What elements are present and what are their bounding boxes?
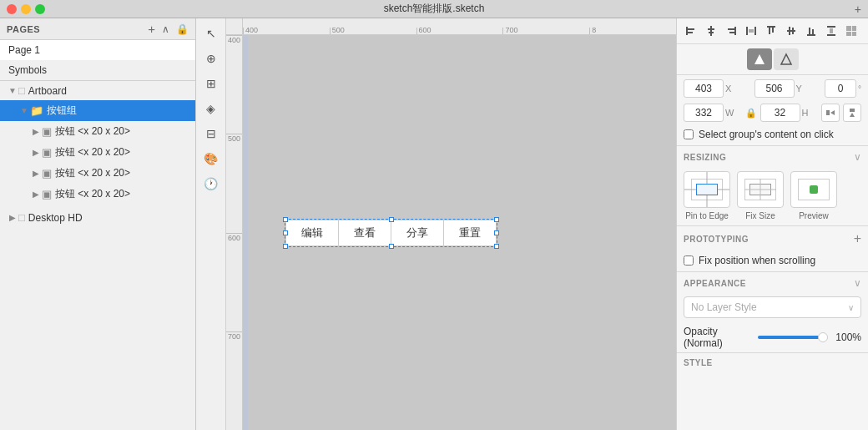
layer-btn1[interactable]: ▶ ▣ 按钮 <x 20 x 20> [0, 121, 195, 142]
insert-tool[interactable]: ⊕ [199, 47, 223, 70]
layer-artboard[interactable]: ▼ □ Artboard [0, 81, 195, 100]
canvas-body[interactable]: 400 500 600 700 [226, 35, 676, 430]
fix-position-checkbox[interactable] [684, 255, 694, 266]
more-options-button[interactable] [842, 22, 860, 40]
page-item-symbols[interactable]: Symbols [0, 60, 195, 80]
collapse-pages-button[interactable]: ∧ [162, 23, 169, 35]
left-ruler: 400 500 600 700 [226, 35, 243, 430]
y-coord: Y [754, 79, 822, 98]
page-item-page1[interactable]: Page 1 [0, 40, 195, 60]
select-tool[interactable]: ↖ [199, 22, 223, 45]
layer-button-group[interactable]: ▼ 📁 按钮组 [0, 100, 195, 121]
selection-handle-br[interactable] [494, 244, 499, 249]
border-tab[interactable] [774, 48, 799, 70]
svg-rect-30 [826, 110, 830, 115]
x-input[interactable] [684, 79, 724, 98]
svg-rect-23 [830, 28, 833, 33]
expand-toggle[interactable]: ▶ [30, 148, 42, 157]
expand-toggle[interactable]: ▶ [30, 190, 42, 199]
svg-rect-20 [812, 29, 814, 34]
w-label: W [725, 108, 734, 118]
selection-handle-ml[interactable] [283, 230, 288, 235]
reset-button[interactable]: 重置 [443, 220, 497, 246]
dropdown-chevron-icon: ∨ [848, 303, 854, 312]
svg-marker-28 [754, 54, 765, 64]
prototyping-add-button[interactable]: + [854, 231, 861, 246]
window-controls[interactable] [7, 4, 45, 14]
svg-rect-12 [767, 26, 775, 28]
pin-to-edge-option[interactable]: Pin to Edge [684, 171, 730, 220]
align-bottom-button[interactable] [802, 22, 820, 40]
h-input[interactable] [760, 104, 800, 122]
distribute-h-button[interactable] [742, 22, 760, 40]
align-top-button[interactable] [762, 22, 780, 40]
color-tool[interactable]: 🎨 [199, 147, 223, 170]
canvas-area[interactable]: 400 500 600 700 8 400 500 600 700 [226, 18, 676, 430]
x-coord: X [684, 79, 751, 98]
selection-handle-mr[interactable] [494, 230, 499, 235]
fix-position-label: Fix position when scrolling [699, 255, 815, 266]
svg-rect-19 [809, 28, 810, 34]
flip-h-button[interactable] [821, 104, 840, 122]
svg-marker-33 [850, 113, 855, 117]
selection-handle-tr[interactable] [494, 217, 499, 222]
expand-toggle[interactable]: ▶ [30, 127, 42, 136]
h-coord: H [760, 104, 819, 122]
flip-v-button[interactable] [843, 104, 861, 122]
layer-style-dropdown[interactable]: No Layer Style ∨ [684, 296, 861, 318]
maximize-button[interactable] [35, 4, 45, 14]
expand-toggle[interactable]: ▶ [7, 213, 18, 222]
fill-tab[interactable] [747, 48, 772, 70]
new-tab-button[interactable]: + [855, 3, 861, 16]
selection-handle-tl[interactable] [283, 217, 288, 222]
fix-size-option[interactable]: Fix Size [737, 171, 784, 220]
canvas-content[interactable]: 编辑 查看 分享 重置 [243, 35, 676, 430]
share-button[interactable]: 分享 [391, 220, 443, 246]
svg-rect-24 [846, 26, 851, 31]
svg-marker-31 [830, 110, 835, 115]
opacity-slider[interactable] [758, 336, 828, 339]
fix-size-label: Fix Size [745, 211, 775, 220]
expand-toggle[interactable]: ▼ [7, 86, 18, 95]
grid-tool[interactable]: ⊞ [199, 72, 223, 95]
h-label: H [802, 108, 810, 118]
align-right-button[interactable] [722, 22, 740, 40]
align-center-h-button[interactable] [702, 22, 720, 40]
component-tool[interactable]: ◈ [199, 97, 223, 120]
svg-rect-13 [769, 28, 770, 34]
selection-handle-bl[interactable] [283, 244, 288, 249]
preview-option[interactable]: Preview [790, 171, 837, 220]
layer-btn4[interactable]: ▶ ▣ 按钮 <x 20 x 20> [0, 184, 195, 205]
resizing-collapse-button[interactable]: ∨ [854, 151, 861, 163]
expand-toggle[interactable]: ▶ [30, 169, 42, 178]
position-row: X Y ° [677, 75, 868, 102]
selection-handle-tm[interactable] [389, 217, 394, 222]
distribute-v-button[interactable] [822, 22, 840, 40]
lock-proportions-icon[interactable]: 🔒 [745, 108, 757, 119]
layer-btn3[interactable]: ▶ ▣ 按钮 <x 20 x 20> [0, 163, 195, 184]
view-button[interactable]: 查看 [338, 220, 391, 246]
button-group-canvas[interactable]: 编辑 查看 分享 重置 [285, 219, 497, 247]
align-left-button[interactable] [682, 22, 700, 40]
layer-btn2[interactable]: ▶ ▣ 按钮 <x 20 x 20> [0, 142, 195, 163]
y-input[interactable] [754, 79, 795, 98]
close-button[interactable] [7, 4, 17, 14]
w-input[interactable] [684, 104, 724, 122]
buttons-row: 编辑 查看 分享 重置 [285, 220, 497, 246]
layer-label: Desktop HD [28, 212, 83, 224]
svg-rect-27 [852, 32, 856, 36]
edit-button[interactable]: 编辑 [285, 220, 338, 246]
minimize-button[interactable] [21, 4, 31, 14]
align-middle-button[interactable] [782, 22, 800, 40]
rotation-input[interactable] [825, 79, 856, 98]
add-page-button[interactable]: + [148, 22, 155, 36]
pin-to-edge-box [684, 171, 730, 208]
arrange-tool[interactable]: ⊟ [199, 122, 223, 145]
layer-desktop-hd[interactable]: ▶ □ Desktop HD [0, 208, 195, 227]
opacity-thumb[interactable] [818, 332, 828, 342]
appearance-collapse-button[interactable]: ∨ [854, 277, 861, 289]
select-group-checkbox[interactable] [684, 129, 694, 139]
selection-handle-bm[interactable] [389, 244, 394, 249]
clock-tool[interactable]: 🕐 [199, 172, 223, 195]
expand-toggle[interactable]: ▼ [18, 106, 30, 115]
